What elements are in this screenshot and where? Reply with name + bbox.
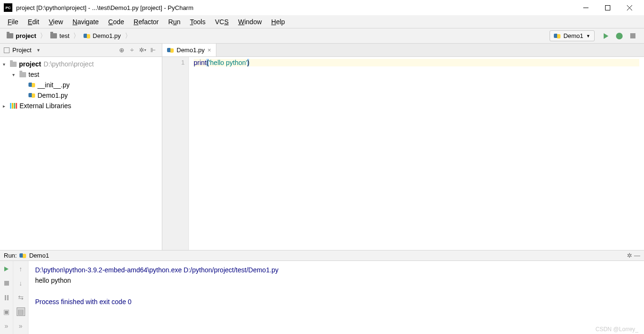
- crumb-folder-label: test: [59, 32, 69, 39]
- pycharm-icon: PC: [4, 3, 12, 12]
- print-icon[interactable]: ▤: [17, 307, 25, 316]
- rerun-button[interactable]: [2, 265, 11, 273]
- tree-folder-test[interactable]: ▾ test: [0, 69, 162, 80]
- code-paren: ): [247, 59, 250, 66]
- menu-view[interactable]: View: [44, 16, 68, 28]
- code-editor[interactable]: 1 print('hello python'): [162, 57, 644, 250]
- tree-external-libraries[interactable]: ▸ External Libraries: [0, 101, 162, 111]
- play-icon: [4, 267, 9, 271]
- more-icon[interactable]: »: [17, 322, 25, 330]
- maximize-button[interactable]: [597, 0, 618, 15]
- menu-code[interactable]: Code: [103, 16, 129, 28]
- menu-tools[interactable]: Tools: [185, 16, 210, 28]
- menu-help[interactable]: Help: [267, 16, 290, 28]
- run-panel-header: Run: Demo1 ✲ —: [0, 250, 644, 261]
- stop-icon: [630, 33, 635, 38]
- python-file-icon: [28, 92, 35, 99]
- menu-navigate[interactable]: Navigate: [68, 16, 103, 28]
- crumb-project-label: project: [16, 32, 36, 39]
- breadcrumb-file[interactable]: Demo1.py: [82, 32, 122, 39]
- python-file-icon: [167, 47, 174, 54]
- python-icon: [554, 33, 560, 39]
- pause-button[interactable]: [2, 293, 11, 302]
- stop-run-button[interactable]: [2, 279, 11, 288]
- folder-icon: [50, 33, 57, 38]
- menu-file[interactable]: File: [3, 16, 23, 28]
- gear-icon[interactable]: ✲ —: [627, 252, 640, 259]
- close-tab-icon[interactable]: ×: [207, 46, 211, 54]
- line-number: 1: [164, 59, 185, 66]
- tree-file-label: __init__.py: [37, 81, 70, 89]
- code-string: 'hello python': [209, 59, 247, 66]
- python-icon: [19, 252, 26, 259]
- svg-rect-1: [605, 5, 610, 10]
- title-bar: PC project [D:\python\project] - ...\tes…: [0, 0, 644, 15]
- chevron-down-icon[interactable]: ▾: [12, 72, 17, 77]
- run-configuration-selector[interactable]: Demo1 ▼: [550, 30, 595, 41]
- editor-gutter: 1: [162, 57, 189, 250]
- crumb-separator: 〉: [73, 32, 80, 40]
- up-arrow-icon[interactable]: ↑: [17, 265, 25, 273]
- play-icon: [604, 33, 608, 39]
- chevron-right-icon[interactable]: ▸: [3, 103, 8, 109]
- libraries-icon: [10, 103, 17, 109]
- close-button[interactable]: [618, 0, 640, 15]
- folder-icon: [7, 33, 13, 38]
- menu-edit[interactable]: Edit: [23, 16, 44, 28]
- down-arrow-icon[interactable]: ↓: [17, 279, 25, 288]
- folder-icon: [10, 62, 17, 67]
- run-toolbar-left: ▣ »: [0, 261, 13, 334]
- run-tool-window: Run: Demo1 ✲ — ▣ » ↑ ↓ ⇆ ▤ » D:\python\p…: [0, 250, 644, 334]
- tree-file-init[interactable]: __init__.py: [0, 80, 162, 90]
- tree-folder-label: test: [28, 71, 39, 78]
- hide-panel-icon[interactable]: ⊩: [149, 46, 157, 55]
- project-tool-window: Project ▼ ⊕ ÷ ✲▾ ⊩ ▾ project D:\python\p…: [0, 44, 162, 250]
- tree-project-path: D:\python\project: [44, 60, 94, 68]
- menu-window[interactable]: Window: [233, 16, 267, 28]
- run-button[interactable]: [600, 33, 612, 39]
- tree-project-name: project: [19, 60, 41, 68]
- project-view-icon: [4, 47, 9, 53]
- python-file-icon: [28, 82, 35, 88]
- editor-tab-bar: Demo1.py ×: [162, 44, 644, 57]
- folder-icon: [19, 72, 26, 77]
- debug-button[interactable]: [614, 33, 625, 39]
- watermark: CSDN @Lorrey_: [596, 326, 638, 333]
- expand-all-icon[interactable]: ÷: [128, 46, 136, 55]
- menu-bar: File Edit View Navigate Code Refactor Ru…: [0, 15, 644, 28]
- run-panel-title: Run:: [4, 252, 17, 259]
- editor-area: Demo1.py × 1 print('hello python'): [162, 44, 644, 250]
- console-command: D:\python\python-3.9.2-embed-amd64\pytho…: [35, 265, 637, 275]
- code-content[interactable]: print('hello python'): [189, 57, 644, 250]
- settings-gear-icon[interactable]: ✲▾: [138, 46, 147, 55]
- layout-icon[interactable]: ▣: [2, 307, 11, 316]
- crumb-separator: 〉: [40, 32, 47, 40]
- menu-vcs[interactable]: VCS: [210, 16, 233, 28]
- chevron-down-icon[interactable]: ▾: [3, 62, 8, 67]
- code-keyword: print: [194, 59, 206, 66]
- crumb-separator: 〉: [125, 32, 131, 40]
- run-panel-config-name: Demo1: [29, 252, 49, 259]
- tree-file-demo[interactable]: Demo1.py: [0, 90, 162, 101]
- pause-icon: [5, 295, 9, 300]
- tree-external-label: External Libraries: [19, 102, 71, 110]
- locate-file-icon[interactable]: ⊕: [117, 46, 126, 55]
- menu-run[interactable]: Run: [164, 16, 186, 28]
- editor-tab-demo[interactable]: Demo1.py ×: [162, 44, 216, 56]
- crumb-file-label: Demo1.py: [93, 32, 121, 39]
- tree-file-label: Demo1.py: [37, 92, 68, 99]
- project-panel-header: Project ▼ ⊕ ÷ ✲▾ ⊩: [0, 44, 162, 57]
- tree-project-root[interactable]: ▾ project D:\python\project: [0, 59, 162, 69]
- view-mode-dropdown[interactable]: ▼: [36, 48, 40, 53]
- breadcrumb-project[interactable]: project: [5, 32, 38, 39]
- minimize-button[interactable]: [575, 0, 597, 15]
- wrap-icon[interactable]: ⇆: [17, 293, 25, 302]
- run-config-label: Demo1: [563, 32, 583, 39]
- console-output[interactable]: D:\python\python-3.9.2-embed-amd64\pytho…: [28, 261, 644, 334]
- breadcrumb-folder[interactable]: test: [48, 32, 71, 39]
- more-icon[interactable]: »: [2, 322, 11, 330]
- editor-tab-label: Demo1.py: [177, 46, 205, 54]
- stop-button[interactable]: [627, 33, 638, 38]
- menu-refactor[interactable]: Refactor: [129, 16, 164, 28]
- run-toolbar-secondary: ↑ ↓ ⇆ ▤ »: [13, 261, 28, 334]
